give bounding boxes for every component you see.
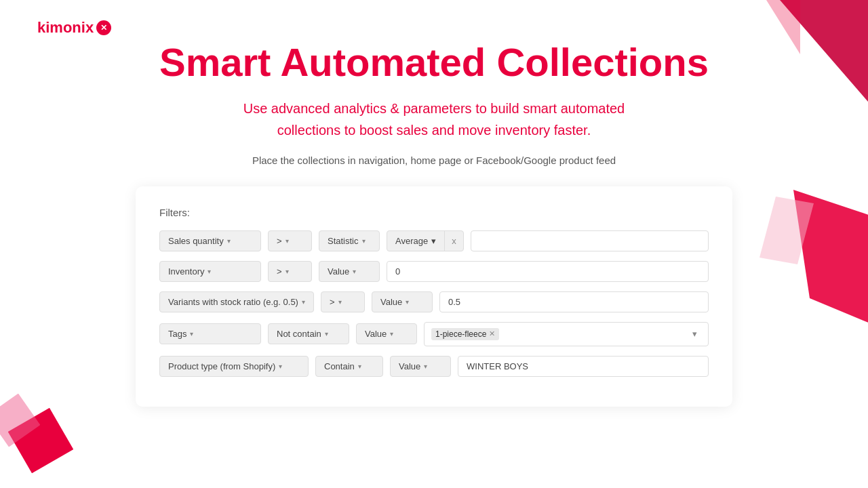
caret-icon: ▾ [431,236,436,246]
operator-not-contain[interactable]: Not contain ▾ [268,323,349,344]
tags-input-field[interactable]: 1-piece-fleece ✕ ▾ [424,322,709,346]
value-input-row1[interactable] [471,230,709,251]
tags-dropdown-btn[interactable]: ▾ [688,327,701,340]
type-statistic[interactable]: Statistic ▾ [319,230,380,251]
field-inventory[interactable]: Inventory ▾ [159,261,261,282]
filters-label: Filters: [159,207,709,218]
operator-contain[interactable]: Contain ▾ [315,356,383,377]
average-group: Average ▾ x [387,230,464,251]
type-label: Value [380,297,402,307]
caret-icon: ▾ [353,268,356,275]
caret-icon: ▾ [390,330,393,338]
filter-row-2: Inventory ▾ > ▾ Value ▾ [159,261,709,282]
caret-icon: ▾ [279,363,282,370]
filters-card: Filters: Sales quantity ▾ > ▾ Statistic … [136,186,732,407]
type-value-row4[interactable]: Value ▾ [356,323,417,344]
operator-label: > [277,236,282,246]
type-label: Value [365,329,387,339]
hero-subtitle: Use advanced analytics & parameters to b… [231,98,637,141]
field-tags[interactable]: Tags ▾ [159,323,261,344]
operator-label: Not contain [277,329,321,339]
type-value-row3[interactable]: Value ▾ [372,291,433,312]
operator-row2[interactable]: > ▾ [268,261,312,282]
caret-icon: ▾ [325,330,328,338]
caret-icon: ▾ [358,363,361,370]
operator-label: Contain [324,361,355,371]
caret-icon: ▾ [406,298,409,306]
hero-section: Smart Automated Collections Use advanced… [0,0,868,166]
tag-remove-btn[interactable]: ✕ [489,329,495,338]
filter-row-4: Tags ▾ Not contain ▾ Value ▾ 1-piece-fle… [159,322,709,346]
filter-row-1: Sales quantity ▾ > ▾ Statistic ▾ Average… [159,230,709,251]
operator-label: > [277,266,282,277]
modifier-label: Average [395,236,428,246]
average-btn[interactable]: Average ▾ [387,231,444,251]
type-label: Statistic [328,236,359,246]
caret-icon: ▾ [190,330,193,338]
field-label: Variants with stock ratio (e.g. 0.5) [168,297,298,307]
caret-icon: ▾ [285,237,289,245]
tag-value: 1-piece-fleece [435,329,486,339]
type-label: Value [399,361,420,371]
field-label: Tags [168,329,186,339]
modifier-clear-btn[interactable]: x [444,231,463,251]
value-input-row5[interactable] [458,356,709,377]
hero-title: Smart Automated Collections [0,41,868,84]
caret-icon: ▾ [362,237,366,245]
type-label: Value [328,266,349,277]
field-sales-quantity[interactable]: Sales quantity ▾ [159,230,261,251]
field-variants-stock-ratio[interactable]: Variants with stock ratio (e.g. 0.5) ▾ [159,291,314,312]
operator-row1[interactable]: > ▾ [268,230,312,251]
caret-icon: ▾ [227,237,231,245]
field-label: Inventory [168,266,204,277]
operator-row3[interactable]: > ▾ [321,291,365,312]
caret-icon: ▾ [208,268,211,275]
type-value-row5[interactable]: Value ▾ [390,356,451,377]
caret-icon: ▾ [285,268,289,275]
hero-description: Place the collections in navigation, hom… [0,155,868,166]
type-value-row2[interactable]: Value ▾ [319,261,380,282]
filter-row-3: Variants with stock ratio (e.g. 0.5) ▾ >… [159,291,709,312]
caret-icon: ▾ [424,363,427,370]
field-label: Sales quantity [168,236,224,246]
field-label: Product type (from Shopify) [168,361,275,371]
filter-row-5: Product type (from Shopify) ▾ Contain ▾ … [159,356,709,377]
operator-label: > [330,297,335,307]
value-input-row3[interactable] [439,291,709,312]
tag-chip-1-piece-fleece: 1-piece-fleece ✕ [431,328,499,340]
caret-icon: ▾ [338,298,342,306]
field-product-type[interactable]: Product type (from Shopify) ▾ [159,356,309,377]
caret-icon: ▾ [302,298,305,306]
value-input-row2[interactable] [387,261,709,282]
